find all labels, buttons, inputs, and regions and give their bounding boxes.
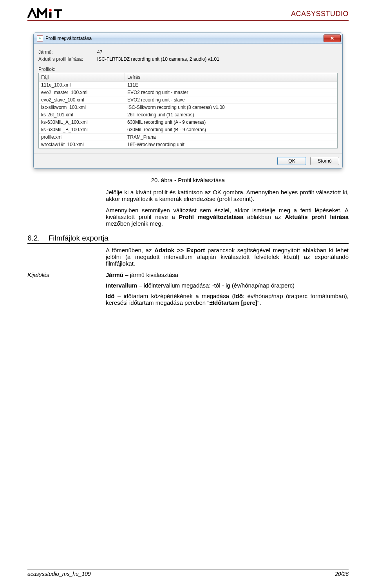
cell-desc: EVO2 recording unit - slave [125, 96, 337, 103]
amit-logo [27, 8, 74, 20]
cell-desc: 111E [125, 81, 337, 89]
grid-header: Fájl Leírás [39, 73, 337, 81]
profiles-label: Profilok: [38, 67, 338, 72]
dialog-icon [37, 35, 43, 42]
cell-file: ks-26t_101.xml [39, 111, 125, 118]
figure-caption: 20. ábra - Profil kiválasztása [27, 177, 349, 183]
cell-file: evo2_slave_100.xml [39, 96, 125, 103]
cell-file: profile.xml [39, 134, 125, 141]
col-desc[interactable]: Leírás [125, 73, 337, 81]
desc-value: ISC-FLRT3LDZ recording unit (10 cameras,… [97, 56, 219, 62]
table-row[interactable]: isc-silkworm_100.xmlISC-Silkworm recordi… [39, 104, 337, 111]
profiles-grid[interactable]: Fájl Leírás 111e_100.xml111Eevo2_master_… [38, 73, 338, 148]
close-icon[interactable]: ✕ [324, 34, 341, 42]
paragraph-1: Jelölje ki a kívánt profilt és kattintso… [106, 189, 349, 202]
ok-button[interactable]: OK [277, 157, 306, 165]
table-row[interactable]: ks-630MiL_A_100.xml630MiL recording unit… [39, 119, 337, 126]
vehicle-label: Jármű: [38, 49, 97, 55]
cell-desc: 26T recording unit (11 cameras) [125, 111, 337, 118]
table-row[interactable]: profile.xmlTRAM_Praha [39, 134, 337, 141]
cell-file: ks-630MiL_A_100.xml [39, 119, 125, 126]
footer-right: 20/26 [335, 571, 349, 577]
kijeloles-label: Kijelölés [27, 271, 106, 310]
dialog-title: Profil megváltoztatása [45, 36, 92, 41]
brand-title: ACASYSSTUDIO [291, 10, 349, 18]
cell-file: wroclaw19t_100.xml [39, 141, 125, 148]
cell-desc: EVO2 recording unit - master [125, 89, 337, 96]
cell-file: isc-silkworm_100.xml [39, 104, 125, 111]
kijeloles-body: Jármű – jármű kiválasztása Intervallum –… [106, 271, 349, 310]
profile-change-dialog: Profil megváltoztatása ✕ Jármű: 47 Aktuá… [33, 33, 343, 169]
svg-point-0 [49, 9, 52, 12]
table-row[interactable]: evo2_slave_100.xmlEVO2 recording unit - … [39, 96, 337, 104]
vehicle-value: 47 [97, 49, 102, 55]
cell-desc: 630MiL recording unit (B - 9 cameras) [125, 126, 337, 133]
cancel-button[interactable]: Stornó [310, 157, 339, 165]
paragraph-2: Amennyiben semmilyen változást sem észle… [106, 207, 349, 227]
section-title: Filmfájlok exportja [49, 234, 108, 242]
paragraph-3: A főmenüben, az Adatok >> Export parancs… [106, 247, 349, 267]
desc-row: Aktuális profil leírása: ISC-FLRT3LDZ re… [38, 56, 338, 62]
cell-file: 111e_100.xml [39, 81, 125, 89]
table-row[interactable]: wroclaw19t_100.xml19T-Wroclaw recording … [39, 141, 337, 148]
cell-file: evo2_master_100.xml [39, 89, 125, 96]
table-row[interactable]: ks-26t_101.xml26T recording unit (11 cam… [39, 111, 337, 119]
svg-rect-1 [49, 12, 52, 18]
cell-desc: 630MiL recording unit (A - 9 cameras) [125, 119, 337, 126]
col-file[interactable]: Fájl [39, 73, 125, 81]
cell-file: ks-630MiL_B_100.xml [39, 126, 125, 133]
section-number: 6.2. [27, 234, 40, 242]
section-heading: 6.2. Filmfájlok exportja [27, 234, 349, 244]
cell-desc: ISC-Silkworm recording unit (8 cameras) … [125, 104, 337, 111]
vehicle-row: Jármű: 47 [38, 49, 338, 55]
dialog-titlebar[interactable]: Profil megváltoztatása ✕ [34, 33, 342, 44]
cell-desc: 19T-Wroclaw recording unit [125, 141, 337, 148]
page-header: ACASYSSTUDIO [27, 8, 349, 21]
table-row[interactable]: 111e_100.xml111E [39, 81, 337, 89]
desc-label: Aktuális profil leírása: [38, 56, 97, 62]
footer-left: acasysstudio_ms_hu_109 [27, 571, 91, 577]
table-row[interactable]: evo2_master_100.xmlEVO2 recording unit -… [39, 89, 337, 96]
cell-desc: TRAM_Praha [125, 134, 337, 141]
table-row[interactable]: ks-630MiL_B_100.xml630MiL recording unit… [39, 126, 337, 134]
page-footer: acasysstudio_ms_hu_109 20/26 [27, 570, 349, 577]
